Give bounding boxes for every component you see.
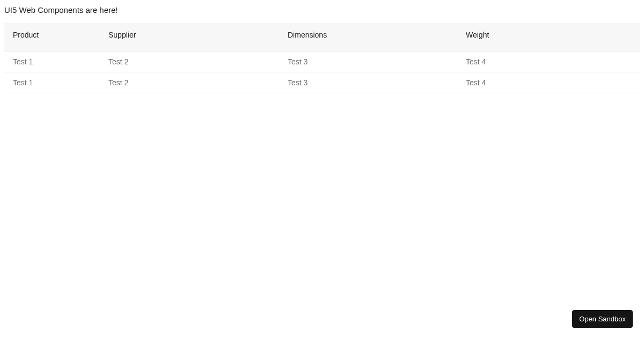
cell-dimensions: Test 3 [279,57,457,66]
column-header-dimensions[interactable]: Dimensions [279,31,457,39]
cell-dimensions: Test 3 [279,78,457,87]
page-title: UI5 Web Components are here! [0,0,644,19]
open-sandbox-button[interactable]: Open Sandbox [572,310,633,328]
cell-supplier: Test 2 [100,57,279,66]
table-row[interactable]: Test 1 Test 2 Test 3 Test 4 [4,72,640,93]
table-row[interactable]: Test 1 Test 2 Test 3 Test 4 [4,52,640,72]
table-header-row: Product Supplier Dimensions Weight [4,23,640,52]
cell-weight: Test 4 [457,57,640,66]
cell-weight: Test 4 [457,78,640,87]
column-header-weight[interactable]: Weight [457,31,640,39]
cell-supplier: Test 2 [100,78,279,87]
data-table: Product Supplier Dimensions Weight Test … [4,23,640,93]
cell-product: Test 1 [4,78,100,87]
cell-product: Test 1 [4,57,100,66]
column-header-product[interactable]: Product [4,31,100,39]
column-header-supplier[interactable]: Supplier [100,31,279,39]
